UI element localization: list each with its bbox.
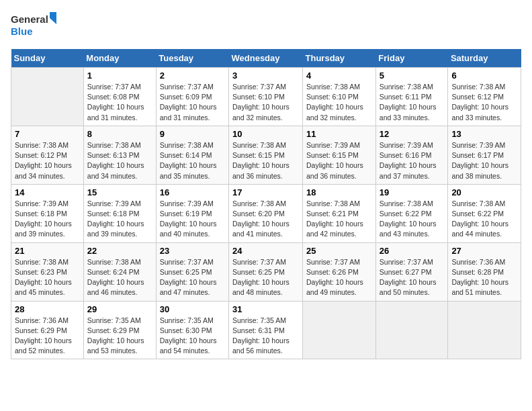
- day-number: 4: [306, 71, 372, 81]
- calendar-cell: 12Sunrise: 7:39 AM Sunset: 6:16 PM Dayli…: [375, 126, 448, 184]
- day-info: Sunrise: 7:38 AM Sunset: 6:13 PM Dayligh…: [87, 140, 152, 181]
- day-number: 3: [232, 71, 299, 81]
- calendar-cell: 4Sunrise: 7:38 AM Sunset: 6:10 PM Daylig…: [303, 68, 376, 126]
- calendar-cell: [11, 68, 84, 126]
- logo: General Blue: [11, 11, 58, 41]
- calendar-cell: 9Sunrise: 7:38 AM Sunset: 6:14 PM Daylig…: [156, 126, 228, 184]
- calendar-cell: 27Sunrise: 7:36 AM Sunset: 6:28 PM Dayli…: [448, 242, 521, 301]
- weekday-header-saturday: Saturday: [448, 49, 521, 68]
- weekday-header-friday: Friday: [375, 49, 448, 68]
- day-number: 29: [87, 304, 152, 314]
- day-info: Sunrise: 7:38 AM Sunset: 6:12 PM Dayligh…: [15, 140, 80, 181]
- calendar-cell: 17Sunrise: 7:38 AM Sunset: 6:20 PM Dayli…: [229, 184, 303, 242]
- calendar-cell: 30Sunrise: 7:35 AM Sunset: 6:30 PM Dayli…: [156, 301, 228, 359]
- calendar-cell: 19Sunrise: 7:38 AM Sunset: 6:22 PM Dayli…: [375, 184, 448, 242]
- logo-svg: General Blue: [11, 11, 58, 41]
- day-number: 1: [87, 71, 152, 81]
- day-info: Sunrise: 7:39 AM Sunset: 6:17 PM Dayligh…: [451, 140, 517, 181]
- day-number: 9: [160, 129, 225, 139]
- day-number: 23: [160, 246, 225, 256]
- day-number: 22: [87, 246, 152, 256]
- weekday-header-wednesday: Wednesday: [229, 49, 303, 68]
- day-info: Sunrise: 7:38 AM Sunset: 6:22 PM Dayligh…: [380, 199, 445, 240]
- calendar-cell: 26Sunrise: 7:37 AM Sunset: 6:27 PM Dayli…: [375, 242, 448, 301]
- calendar-cell: [375, 301, 448, 359]
- week-row-2: 14Sunrise: 7:39 AM Sunset: 6:18 PM Dayli…: [11, 184, 521, 242]
- day-number: 27: [451, 246, 517, 256]
- day-info: Sunrise: 7:37 AM Sunset: 6:09 PM Dayligh…: [160, 82, 225, 123]
- svg-text:General: General: [11, 13, 48, 25]
- day-info: Sunrise: 7:38 AM Sunset: 6:14 PM Dayligh…: [160, 140, 225, 181]
- day-number: 7: [15, 129, 80, 139]
- svg-text:Blue: Blue: [11, 26, 33, 37]
- day-number: 14: [15, 187, 80, 197]
- day-info: Sunrise: 7:37 AM Sunset: 6:10 PM Dayligh…: [232, 82, 299, 123]
- day-number: 21: [15, 246, 80, 256]
- week-row-4: 28Sunrise: 7:36 AM Sunset: 6:29 PM Dayli…: [11, 301, 521, 359]
- calendar-cell: 10Sunrise: 7:38 AM Sunset: 6:15 PM Dayli…: [229, 126, 303, 184]
- day-info: Sunrise: 7:38 AM Sunset: 6:11 PM Dayligh…: [380, 82, 445, 123]
- calendar-cell: 15Sunrise: 7:39 AM Sunset: 6:18 PM Dayli…: [83, 184, 156, 242]
- calendar-cell: 22Sunrise: 7:38 AM Sunset: 6:24 PM Dayli…: [83, 242, 156, 301]
- day-number: 11: [306, 129, 372, 139]
- day-info: Sunrise: 7:39 AM Sunset: 6:18 PM Dayligh…: [87, 199, 152, 240]
- day-info: Sunrise: 7:38 AM Sunset: 6:22 PM Dayligh…: [451, 199, 517, 240]
- day-number: 12: [380, 129, 445, 139]
- day-info: Sunrise: 7:35 AM Sunset: 6:31 PM Dayligh…: [232, 316, 299, 357]
- day-info: Sunrise: 7:39 AM Sunset: 6:15 PM Dayligh…: [306, 140, 372, 181]
- weekday-header-tuesday: Tuesday: [156, 49, 228, 68]
- day-number: 6: [451, 71, 517, 81]
- day-number: 2: [160, 71, 225, 81]
- calendar-table: SundayMondayTuesdayWednesdayThursdayFrid…: [11, 49, 521, 359]
- week-row-0: 1Sunrise: 7:37 AM Sunset: 6:08 PM Daylig…: [11, 68, 521, 126]
- day-info: Sunrise: 7:35 AM Sunset: 6:30 PM Dayligh…: [160, 316, 225, 357]
- day-info: Sunrise: 7:39 AM Sunset: 6:16 PM Dayligh…: [380, 140, 445, 181]
- day-info: Sunrise: 7:37 AM Sunset: 6:27 PM Dayligh…: [380, 257, 445, 298]
- day-info: Sunrise: 7:38 AM Sunset: 6:24 PM Dayligh…: [87, 257, 152, 298]
- day-info: Sunrise: 7:38 AM Sunset: 6:23 PM Dayligh…: [15, 257, 80, 298]
- day-info: Sunrise: 7:38 AM Sunset: 6:20 PM Dayligh…: [232, 199, 299, 240]
- weekday-header-thursday: Thursday: [303, 49, 376, 68]
- day-number: 16: [160, 187, 225, 197]
- day-info: Sunrise: 7:35 AM Sunset: 6:29 PM Dayligh…: [87, 316, 152, 357]
- calendar-cell: 29Sunrise: 7:35 AM Sunset: 6:29 PM Dayli…: [83, 301, 156, 359]
- day-info: Sunrise: 7:37 AM Sunset: 6:25 PM Dayligh…: [232, 257, 299, 298]
- day-info: Sunrise: 7:36 AM Sunset: 6:28 PM Dayligh…: [451, 257, 517, 298]
- day-number: 30: [160, 304, 225, 314]
- day-number: 8: [87, 129, 152, 139]
- svg-marker-2: [50, 12, 56, 24]
- calendar-cell: 31Sunrise: 7:35 AM Sunset: 6:31 PM Dayli…: [229, 301, 303, 359]
- calendar-cell: 18Sunrise: 7:38 AM Sunset: 6:21 PM Dayli…: [303, 184, 376, 242]
- day-info: Sunrise: 7:38 AM Sunset: 6:15 PM Dayligh…: [232, 140, 299, 181]
- day-info: Sunrise: 7:39 AM Sunset: 6:19 PM Dayligh…: [160, 199, 225, 240]
- day-number: 26: [380, 246, 445, 256]
- weekday-header-sunday: Sunday: [11, 49, 84, 68]
- calendar-cell: [448, 301, 521, 359]
- day-info: Sunrise: 7:38 AM Sunset: 6:10 PM Dayligh…: [306, 82, 372, 123]
- page-header: General Blue: [11, 11, 521, 41]
- calendar-cell: 21Sunrise: 7:38 AM Sunset: 6:23 PM Dayli…: [11, 242, 84, 301]
- calendar-cell: 6Sunrise: 7:38 AM Sunset: 6:12 PM Daylig…: [448, 68, 521, 126]
- day-info: Sunrise: 7:36 AM Sunset: 6:29 PM Dayligh…: [15, 316, 80, 357]
- day-number: 25: [306, 246, 372, 256]
- calendar-cell: 1Sunrise: 7:37 AM Sunset: 6:08 PM Daylig…: [83, 68, 156, 126]
- calendar-cell: 20Sunrise: 7:38 AM Sunset: 6:22 PM Dayli…: [448, 184, 521, 242]
- calendar-cell: 23Sunrise: 7:37 AM Sunset: 6:25 PM Dayli…: [156, 242, 228, 301]
- day-info: Sunrise: 7:37 AM Sunset: 6:25 PM Dayligh…: [160, 257, 225, 298]
- day-number: 15: [87, 187, 152, 197]
- day-info: Sunrise: 7:37 AM Sunset: 6:26 PM Dayligh…: [306, 257, 372, 298]
- calendar-cell: 11Sunrise: 7:39 AM Sunset: 6:15 PM Dayli…: [303, 126, 376, 184]
- calendar-cell: 28Sunrise: 7:36 AM Sunset: 6:29 PM Dayli…: [11, 301, 84, 359]
- calendar-cell: 3Sunrise: 7:37 AM Sunset: 6:10 PM Daylig…: [229, 68, 303, 126]
- calendar-cell: [303, 301, 376, 359]
- week-row-3: 21Sunrise: 7:38 AM Sunset: 6:23 PM Dayli…: [11, 242, 521, 301]
- day-info: Sunrise: 7:38 AM Sunset: 6:12 PM Dayligh…: [451, 82, 517, 123]
- calendar-cell: 13Sunrise: 7:39 AM Sunset: 6:17 PM Dayli…: [448, 126, 521, 184]
- calendar-cell: 24Sunrise: 7:37 AM Sunset: 6:25 PM Dayli…: [229, 242, 303, 301]
- calendar-cell: 7Sunrise: 7:38 AM Sunset: 6:12 PM Daylig…: [11, 126, 84, 184]
- calendar-cell: 16Sunrise: 7:39 AM Sunset: 6:19 PM Dayli…: [156, 184, 228, 242]
- calendar-cell: 14Sunrise: 7:39 AM Sunset: 6:18 PM Dayli…: [11, 184, 84, 242]
- day-info: Sunrise: 7:37 AM Sunset: 6:08 PM Dayligh…: [87, 82, 152, 123]
- weekday-header-monday: Monday: [83, 49, 156, 68]
- day-number: 28: [15, 304, 80, 314]
